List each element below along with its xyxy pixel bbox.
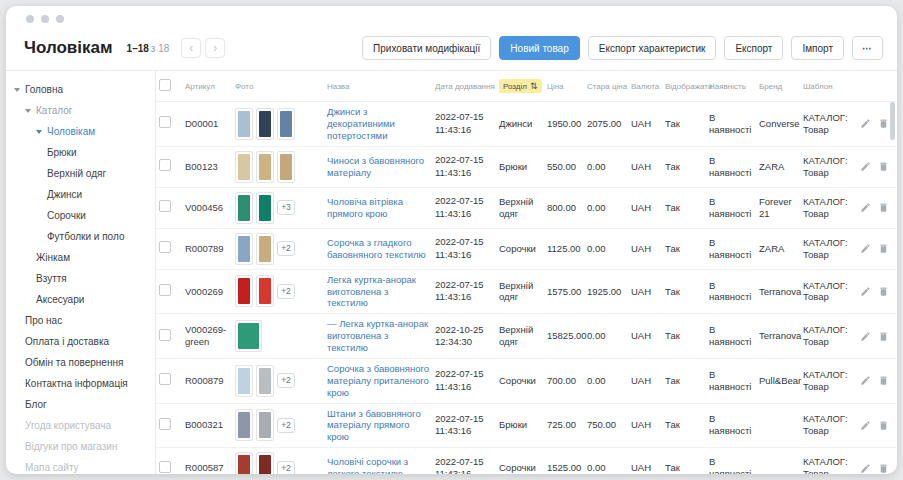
edit-icon[interactable] bbox=[860, 202, 871, 213]
sidebar-item[interactable]: Угода користувача bbox=[6, 415, 155, 436]
price-cell: 700.00 bbox=[544, 358, 584, 403]
delete-icon[interactable] bbox=[878, 286, 889, 297]
sort-icon[interactable]: ⇅ bbox=[530, 81, 538, 91]
edit-icon[interactable] bbox=[860, 286, 871, 297]
more-photos-badge[interactable]: +2 bbox=[277, 241, 295, 256]
sidebar-item[interactable]: Аксесуари bbox=[6, 289, 155, 310]
edit-icon[interactable] bbox=[860, 375, 871, 386]
display-cell: Так bbox=[662, 358, 706, 403]
more-photos-badge[interactable]: +2 bbox=[277, 284, 295, 299]
photo-thumbnails: +2 bbox=[235, 452, 321, 474]
sidebar-item[interactable]: Обмін та повернення bbox=[6, 352, 155, 373]
sidebar-item[interactable]: Взуття bbox=[6, 268, 155, 289]
column-header: Відображати bbox=[662, 71, 706, 102]
more-photos-badge[interactable]: +3 bbox=[277, 200, 295, 215]
sidebar-item[interactable]: Блог bbox=[6, 394, 155, 415]
edit-icon[interactable] bbox=[860, 420, 871, 431]
export-characteristics-button[interactable]: Експорт характеристик bbox=[588, 36, 717, 60]
product-name-link[interactable]: — Легка куртка-анорак виготовлена з текс… bbox=[327, 318, 428, 353]
row-checkbox[interactable] bbox=[159, 373, 171, 385]
product-name-link[interactable]: Чоловіча вітрівка прямого крою bbox=[327, 196, 403, 219]
row-checkbox[interactable] bbox=[159, 200, 171, 212]
sidebar-item[interactable]: Джинси bbox=[6, 184, 155, 205]
new-product-button[interactable]: Новий товар bbox=[499, 36, 579, 60]
product-name-link[interactable]: Сорочка з бавовняного матеріалу притален… bbox=[327, 363, 429, 398]
export-button[interactable]: Експорт bbox=[724, 36, 783, 60]
sidebar-item[interactable]: Каталог bbox=[6, 100, 155, 121]
sidebar-item[interactable]: Верхній одяг bbox=[6, 163, 155, 184]
currency-cell: UAH bbox=[628, 358, 662, 403]
row-checkbox[interactable] bbox=[159, 284, 171, 296]
more-photos-badge[interactable]: +2 bbox=[277, 461, 295, 474]
delete-icon[interactable] bbox=[878, 243, 889, 254]
row-checkbox[interactable] bbox=[159, 159, 171, 171]
old-price-cell: 750.00 bbox=[584, 403, 628, 448]
delete-icon[interactable] bbox=[878, 161, 889, 172]
sku-cell: R000879 bbox=[182, 358, 232, 403]
photo-thumbnails: +2 bbox=[235, 233, 321, 265]
sidebar-item[interactable]: Брюки bbox=[6, 142, 155, 163]
more-photos-badge[interactable]: +2 bbox=[277, 418, 295, 433]
edit-icon[interactable] bbox=[860, 243, 871, 254]
more-photos-badge[interactable]: +2 bbox=[277, 373, 295, 388]
currency-cell: UAH bbox=[628, 146, 662, 187]
chevron-down-icon bbox=[14, 88, 20, 92]
delete-icon[interactable] bbox=[878, 463, 889, 474]
row-checkbox[interactable] bbox=[159, 116, 171, 128]
product-name-link[interactable]: Сорочка з гладкого бавовняного текстилю bbox=[327, 237, 426, 260]
sidebar-item[interactable]: Про нас bbox=[6, 310, 155, 331]
import-button[interactable]: Імпорт bbox=[791, 36, 844, 60]
product-name-link[interactable]: Штани з бавовняного матеріалу прямого кр… bbox=[327, 408, 421, 443]
sidebar-item[interactable]: Контактна інформація bbox=[6, 373, 155, 394]
sidebar-item-label: Про нас bbox=[25, 315, 62, 326]
product-photo bbox=[277, 108, 295, 140]
delete-icon[interactable] bbox=[878, 118, 889, 129]
delete-icon[interactable] bbox=[878, 202, 889, 213]
edit-icon[interactable] bbox=[860, 463, 871, 474]
edit-icon[interactable] bbox=[860, 161, 871, 172]
display-cell: Так bbox=[662, 269, 706, 314]
prev-page-button[interactable]: ‹ bbox=[181, 38, 201, 58]
sidebar-item[interactable]: Чоловікам bbox=[6, 121, 155, 142]
select-all-checkbox[interactable] bbox=[159, 79, 171, 91]
scrollbar-thumb[interactable] bbox=[890, 102, 895, 140]
sidebar-item-label: Відгуки про магазин bbox=[25, 441, 117, 452]
product-table: АртикулФотоНазваДата додаванняРозділ⇅Цін… bbox=[156, 71, 896, 474]
more-actions-button[interactable]: ⋯ bbox=[852, 36, 883, 60]
sidebar-item[interactable]: Сорочки bbox=[6, 205, 155, 226]
product-name-link[interactable]: Джинси з декоративними потертостями bbox=[327, 106, 395, 141]
edit-icon[interactable] bbox=[860, 118, 871, 129]
sidebar-item[interactable]: Футболки и поло bbox=[6, 226, 155, 247]
name-cell: — Легка куртка-анорак виготовлена з текс… bbox=[324, 314, 432, 359]
hide-modifications-button[interactable]: Приховати модифікації bbox=[362, 36, 491, 60]
row-checkbox[interactable] bbox=[159, 461, 171, 473]
sku-cell: R000789 bbox=[182, 228, 232, 269]
product-name-link[interactable]: Чиноси з бавовняного матеріалу bbox=[327, 155, 424, 178]
sidebar-item[interactable]: Головна bbox=[6, 79, 155, 100]
name-cell: Чоловіча вітрівка прямого крою bbox=[324, 187, 432, 228]
delete-icon[interactable] bbox=[878, 375, 889, 386]
row-checkbox[interactable] bbox=[159, 329, 171, 341]
product-name-link[interactable]: Чоловічі сорочки з легкого текстилю bbox=[327, 456, 408, 474]
row-checkbox[interactable] bbox=[159, 418, 171, 430]
product-name-link[interactable]: Легка куртка-анорак виготовлена з тексти… bbox=[327, 274, 416, 309]
photos-cell: +2 bbox=[232, 448, 324, 474]
sidebar-item[interactable]: Мапа сайту bbox=[6, 457, 155, 474]
next-page-button[interactable]: › bbox=[205, 38, 225, 58]
delete-icon[interactable] bbox=[878, 420, 889, 431]
price-cell: 550.00 bbox=[544, 146, 584, 187]
delete-icon[interactable] bbox=[878, 331, 889, 342]
app-window: Чоловікам 1–18з 18 ‹ › Приховати модифік… bbox=[6, 6, 897, 474]
row-checkbox[interactable] bbox=[159, 241, 171, 253]
sidebar-item-label: Сорочки bbox=[47, 210, 86, 221]
sidebar-item[interactable]: Жінкам bbox=[6, 247, 155, 268]
sidebar-item[interactable]: Відгуки про магазин bbox=[6, 436, 155, 457]
brand-cell bbox=[756, 448, 800, 474]
currency-cell: UAH bbox=[628, 102, 662, 147]
sidebar-item[interactable]: Оплата і доставка bbox=[6, 331, 155, 352]
edit-icon[interactable] bbox=[860, 331, 871, 342]
sku-cell: B000321 bbox=[182, 403, 232, 448]
product-photo bbox=[235, 365, 253, 397]
row-select-cell bbox=[156, 269, 182, 314]
row-actions-cell bbox=[858, 146, 896, 187]
